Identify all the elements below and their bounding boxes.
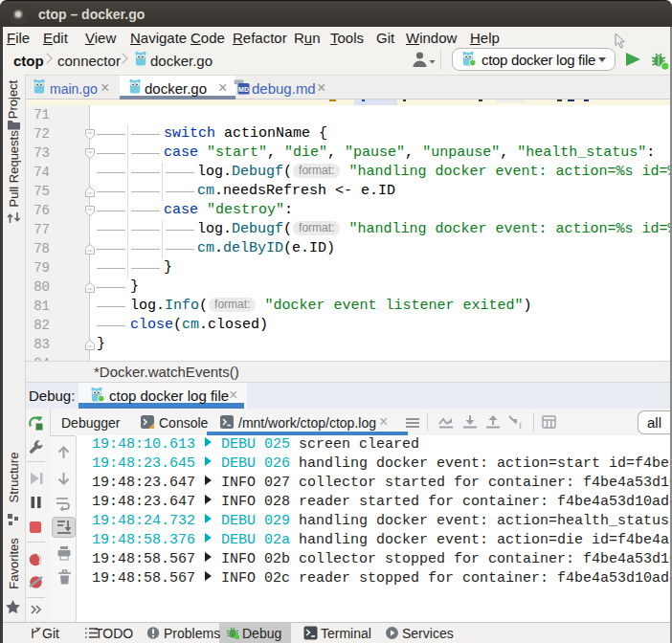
svg-text:I: I	[519, 421, 522, 430]
svg-text:MD: MD	[238, 86, 249, 93]
